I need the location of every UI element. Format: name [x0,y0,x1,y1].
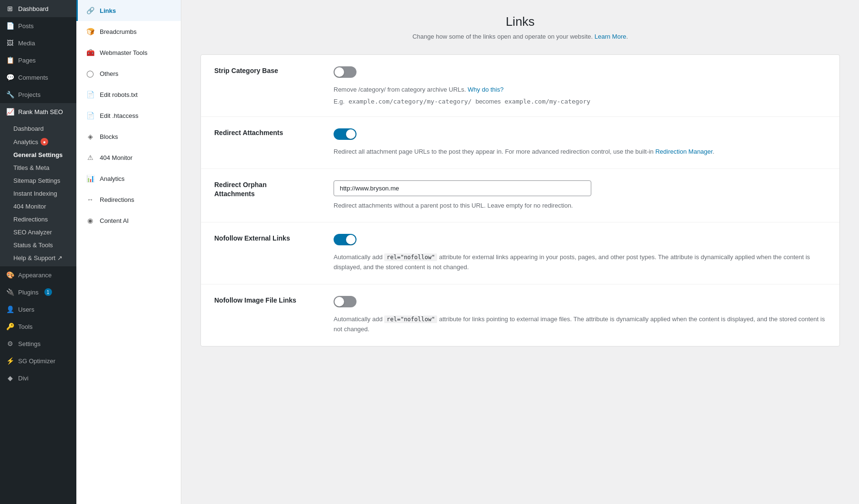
sidebar-label-dashboard: Dashboard [18,5,49,12]
sidebar-item-comments[interactable]: 💬 Comments [0,69,76,86]
dashboard-icon: ⊞ [6,4,14,13]
nofollow-image-code: rel="nofollow" [384,315,437,323]
inner-sidebar-redirections[interactable]: ↔ Redirections [76,189,181,210]
blocks-icon: ◈ [85,132,95,141]
rm-submenu-titles[interactable]: Titles & Meta [0,161,76,174]
sidebar-item-pages[interactable]: 📋 Pages [0,52,76,69]
rm-submenu-analytics[interactable]: Analytics ● [0,135,76,148]
sidebar-item-projects[interactable]: 🔧 Projects [0,86,76,103]
setting-nofollow-image: Nofollow Image File Links Automatically … [201,284,839,346]
setting-redirect-orphan: Redirect OrphanAttachments Redirect atta… [201,169,839,223]
url-example-after: example.com/my-category [504,98,590,105]
strip-category-label: Strip Category Base [214,66,319,76]
main-area: 🔗 Links 🍞 Breadcrumbs 🧰 Webmaster Tools … [76,0,859,504]
redirections-icon: ↔ [85,195,95,204]
rm-submenu-sitemap[interactable]: Sitemap Settings [0,174,76,187]
redirect-attachments-label: Redirect Attachments [214,128,319,138]
setting-strip-category-base: Strip Category Base Remove /category/ fr… [201,55,839,117]
toggle-track-redirect-attachments [334,128,356,140]
strip-category-toggle[interactable] [334,66,356,78]
edit-htaccess-icon: 📄 [85,111,95,120]
redirect-orphan-input[interactable] [334,180,591,196]
inner-sidebar-breadcrumbs[interactable]: 🍞 Breadcrumbs [76,21,181,42]
links-icon: 🔗 [85,6,95,15]
sidebar-item-settings[interactable]: ⚙ Settings [0,335,76,352]
sidebar-item-divi[interactable]: ◆ Divi [0,369,76,387]
inner-sidebar-content-ai[interactable]: ◉ Content AI [76,210,181,231]
sidebar-item-media[interactable]: 🖼 Media [0,34,76,52]
webmaster-tools-icon: 🧰 [85,48,95,57]
rm-submenu-redirections[interactable]: Redirections [0,213,76,226]
sidebar-item-rank-math[interactable]: 📈 Rank Math SEO [0,103,76,120]
sidebar-item-tools[interactable]: 🔑 Tools [0,318,76,335]
why-do-this-link[interactable]: Why do this? [468,86,503,93]
rm-submenu-dashboard[interactable]: Dashboard [0,122,76,135]
settings-icon: ⚙ [6,339,14,348]
pages-icon: 📋 [6,56,14,64]
media-icon: 🖼 [6,39,14,47]
setting-redirect-attachments: Redirect Attachments Redirect all attach… [201,117,839,169]
sidebar-item-appearance[interactable]: 🎨 Appearance [0,266,76,284]
posts-icon: 📄 [6,21,14,30]
inner-sidebar-others[interactable]: ◯ Others [76,63,181,84]
others-icon: ◯ [85,69,95,78]
divi-icon: ◆ [6,374,14,382]
inner-sidebar-edit-robots[interactable]: 📄 Edit robots.txt [76,84,181,105]
users-icon: 👤 [6,305,14,314]
toggle-track-nofollow-image [334,296,356,307]
sidebar-item-dashboard[interactable]: ⊞ Dashboard [0,0,76,17]
toggle-track-strip-category [334,66,356,78]
setting-nofollow-external: Nofollow External Links Automatically ad… [201,222,839,284]
page-header: Links Change how some of the links open … [200,14,840,40]
inner-sidebar-webmaster-tools[interactable]: 🧰 Webmaster Tools [76,42,181,63]
projects-icon: 🔧 [6,90,14,99]
content-ai-icon: ◉ [85,216,95,225]
learn-more-link[interactable]: Learn More [595,33,626,40]
sidebar-item-posts[interactable]: 📄 Posts [0,17,76,34]
strip-category-toggle-wrapper [334,66,826,79]
sidebar-item-users[interactable]: 👤 Users [0,301,76,318]
redirection-manager-link[interactable]: Redirection Manager [655,148,712,155]
toggle-thumb-nofollow-external [346,235,356,244]
sidebar-item-plugins[interactable]: 🔌 Plugins 1 [0,284,76,301]
rank-math-icon: 📈 [6,107,14,116]
analytics-icon: 📊 [85,174,95,183]
toggle-thumb-strip-category [335,67,344,77]
nofollow-image-label: Nofollow Image File Links [214,296,319,305]
appearance-icon: 🎨 [6,271,14,279]
page-title: Links [200,14,840,29]
sidebar: ⊞ Dashboard 📄 Posts 🖼 Media 📋 Pages 💬 Co… [0,0,76,504]
sidebar-item-sg-optimizer[interactable]: ⚡ SG Optimizer [0,352,76,369]
nofollow-image-toggle[interactable] [334,296,356,307]
rm-submenu-404[interactable]: 404 Monitor [0,200,76,213]
nofollow-external-toggle[interactable] [334,234,356,245]
breadcrumbs-icon: 🍞 [85,27,95,36]
rm-submenu-seo-analyzer[interactable]: SEO Analyzer [0,226,76,239]
redirect-orphan-label: Redirect OrphanAttachments [214,180,319,199]
rm-submenu-status[interactable]: Status & Tools [0,239,76,252]
inner-sidebar-links[interactable]: 🔗 Links [76,0,181,21]
inner-sidebar-edit-htaccess[interactable]: 📄 Edit .htaccess [76,105,181,126]
settings-card: Strip Category Base Remove /category/ fr… [200,54,840,346]
inner-sidebar-404-monitor[interactable]: ⚠ 404 Monitor [76,147,181,168]
redirect-attachments-toggle[interactable] [334,128,356,140]
tools-icon: 🔑 [6,322,14,331]
rm-submenu-help[interactable]: Help & Support ↗ [0,252,76,264]
toggle-thumb-nofollow-image [335,297,344,306]
sg-optimizer-icon: ⚡ [6,357,14,365]
toggle-thumb-redirect-attachments [346,129,356,139]
rm-submenu-instant[interactable]: Instant Indexing [0,187,76,200]
inner-sidebar-analytics[interactable]: 📊 Analytics [76,168,181,189]
analytics-badge: ● [41,138,48,146]
strip-category-desc: Remove /category/ from category archive … [334,85,826,95]
toggle-track-nofollow-external [334,234,356,245]
page-subtitle: Change how some of the links open and op… [200,33,840,40]
redirect-orphan-desc: Redirect attachments without a parent po… [334,201,826,211]
inner-sidebar-blocks[interactable]: ◈ Blocks [76,126,181,147]
rank-math-submenu: Dashboard Analytics ● General Settings T… [0,120,76,266]
nofollow-external-desc: Automatically add rel="nofollow" attribu… [334,252,826,273]
nofollow-external-label: Nofollow External Links [214,234,319,243]
rm-submenu-general[interactable]: General Settings [0,148,76,161]
plugins-badge: 1 [44,288,52,296]
inner-sidebar: 🔗 Links 🍞 Breadcrumbs 🧰 Webmaster Tools … [76,0,181,504]
